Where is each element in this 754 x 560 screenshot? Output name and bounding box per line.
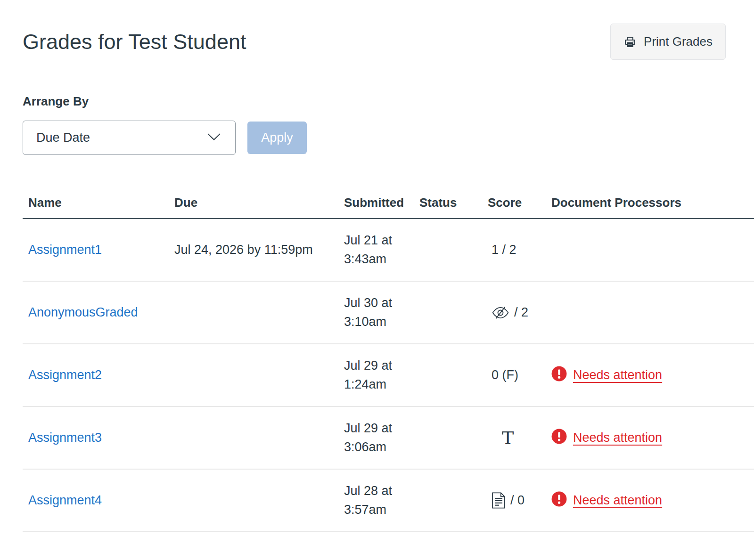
header-status: Status — [419, 195, 488, 210]
document-icon — [492, 492, 506, 509]
header-name: Name — [23, 195, 174, 210]
score: / 0 — [488, 492, 551, 509]
score-text: / 0 — [510, 493, 525, 508]
assignment-link[interactable]: Assignment2 — [28, 368, 102, 382]
name-cell: AnonymousGraded — [23, 305, 174, 320]
needs-attention-link[interactable]: Needs attention — [551, 491, 662, 510]
name-cell: Assignment2 — [23, 368, 174, 382]
score: T — [488, 429, 551, 447]
document-processor-cell: Needs attention — [551, 366, 754, 385]
print-grades-label: Print Grades — [644, 34, 713, 49]
score: 1 / 2 — [488, 243, 551, 257]
needs-attention-link[interactable]: Needs attention — [551, 429, 662, 447]
assignment-link[interactable]: Assignment1 — [28, 243, 102, 257]
grades-table: Name Due Submitted Status Score Document… — [23, 195, 754, 532]
header-score: Score — [488, 195, 551, 210]
table-header-row: Name Due Submitted Status Score Document… — [23, 195, 754, 219]
assignment-link[interactable]: Assignment3 — [28, 430, 102, 445]
header-document-processors: Document Processors — [551, 195, 754, 210]
name-cell: Assignment4 — [23, 493, 174, 508]
name-cell: Assignment1 — [23, 243, 174, 257]
page-header: Grades for Test Student Print Grades — [0, 0, 754, 60]
score: / 2 — [488, 305, 551, 320]
score-text: 1 / 2 — [492, 243, 516, 257]
arrange-by-value: Due Date — [36, 130, 90, 145]
page-title: Grades for Test Student — [23, 24, 246, 55]
submitted-date: Jul 30 at 3:10am — [344, 294, 403, 331]
submitted-date: Jul 21 at 3:43am — [344, 231, 403, 268]
needs-attention-label: Needs attention — [573, 368, 662, 382]
score-text: 0 (F) — [492, 368, 518, 382]
eye-off-icon — [492, 306, 509, 319]
submitted-date: Jul 29 at 3:06am — [344, 419, 403, 456]
controls-row: Due Date Apply — [23, 121, 754, 155]
submitted-date: Jul 29 at 1:24am — [344, 357, 403, 393]
needs-attention-label: Needs attention — [573, 493, 662, 508]
table-row: Assignment1 Jul 24, 2026 by 11:59pm Jul … — [23, 219, 754, 282]
due-date: Jul 24, 2026 by 11:59pm — [174, 243, 344, 257]
submitted-date: Jul 28 at 3:57am — [344, 482, 403, 519]
arrange-by-select[interactable]: Due Date — [23, 121, 236, 155]
name-cell: Assignment3 — [23, 430, 174, 445]
alert-icon — [551, 429, 567, 447]
printer-icon — [623, 35, 637, 49]
table-row: AnonymousGraded Jul 30 at 3:10am / 2 — [23, 282, 754, 344]
alert-icon — [551, 491, 567, 510]
arrange-by-label: Arrange By — [23, 94, 754, 109]
assignment-link[interactable]: Assignment4 — [28, 493, 102, 507]
score-text: / 2 — [514, 305, 528, 320]
table-row: Assignment2 Jul 29 at 1:24am 0 (F) Needs… — [23, 344, 754, 407]
document-processor-cell: Needs attention — [551, 491, 754, 510]
apply-button[interactable]: Apply — [247, 122, 307, 154]
assignment-link[interactable]: AnonymousGraded — [28, 305, 138, 319]
document-processor-cell: Needs attention — [551, 429, 754, 447]
table-row: Assignment3 Jul 29 at 3:06am T Needs att… — [23, 407, 754, 470]
text-entry-icon: T — [502, 429, 514, 447]
header-due: Due — [174, 195, 344, 210]
print-grades-button[interactable]: Print Grades — [610, 24, 726, 60]
alert-icon — [551, 366, 567, 385]
score: 0 (F) — [488, 368, 551, 382]
chevron-down-icon — [207, 133, 221, 143]
needs-attention-label: Needs attention — [573, 430, 662, 445]
header-submitted: Submitted — [344, 195, 419, 210]
needs-attention-link[interactable]: Needs attention — [551, 366, 662, 385]
table-row: Assignment4 Jul 28 at 3:57am / 0 — [23, 470, 754, 532]
